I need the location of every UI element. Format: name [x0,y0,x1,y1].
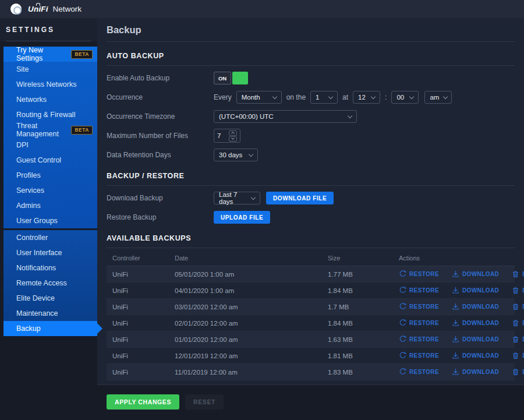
download-button[interactable]: DOWNLOAD [452,287,499,294]
sidebar-item[interactable]: Routing & Firewall [3,107,97,122]
frequency-select[interactable]: Month [236,91,282,104]
max-files-input[interactable] [217,132,228,139]
sidebar-item[interactable]: Profiles [3,168,97,183]
stepper-up-button[interactable] [229,130,237,136]
meridiem-select[interactable]: am [424,91,452,104]
timezone-row: Occurrence Timezone (UTC+00:00) UTC [107,110,515,123]
download-button[interactable]: DOWNLOAD [452,368,499,376]
restore-button[interactable]: RESTORE [399,352,439,359]
table-row: UniFi 05/01/2020 1:00 am 1.77 MB RESTORE [107,266,515,283]
sidebar-item[interactable]: User Interface [3,245,97,260]
download-button[interactable]: DOWNLOAD [452,319,499,327]
download-file-button[interactable]: DOWNLOAD FILE [266,192,334,204]
table-row: UniFi 02/01/2020 12:00 am 1.84 MB RESTOR… [107,315,515,331]
enable-auto-backup-row: Enable Auto Backup ON [107,71,515,85]
chevron-down-icon [328,94,333,98]
table-row: UniFi 01/01/2020 12:00 am 1.63 MB RESTOR… [107,331,515,348]
restore-button[interactable]: RESTORE [399,319,439,327]
trash-icon [512,319,519,327]
upload-file-button[interactable]: UPLOAD FILE [214,211,270,224]
frequency-value: Month [242,94,260,101]
apply-changes-button[interactable]: APPLY CHANGES [107,394,179,410]
sidebar-item[interactable]: Networks [3,92,97,107]
sidebar-item[interactable]: Backup [3,321,97,336]
stepper-arrows [229,130,237,142]
sidebar-item[interactable]: DPI [3,137,97,153]
sidebar-item[interactable]: Site [3,62,97,77]
timezone-value: (UTC+00:00) UTC [219,113,274,120]
restore-icon [399,303,406,310]
column-header-controller: Controller [112,255,175,262]
download-button[interactable]: DOWNLOAD [452,336,499,343]
sidebar-item[interactable]: Controller [3,230,97,245]
sidebar-item-label: Backup [16,324,41,333]
restore-label: RESTORE [409,287,439,294]
sidebar-item[interactable]: Elite Device [3,291,97,306]
sidebar-item[interactable]: Notifications [3,260,97,276]
hour-select[interactable]: 12 [353,91,380,104]
timezone-label: Occurrence Timezone [107,112,214,121]
beta-badge: BETA [71,50,93,59]
sidebar-item[interactable]: User Groups [3,213,97,228]
restore-button[interactable]: RESTORE [399,303,439,310]
chevron-down-icon [251,195,256,199]
stepper-down-button[interactable] [229,136,237,142]
download-button[interactable]: DOWNLOAD [452,270,499,278]
delete-button[interactable]: DELETE [512,303,524,310]
sidebar-item-label: Try New Settings [16,46,71,62]
trash-icon [512,270,519,278]
restore-button[interactable]: RESTORE [399,270,439,278]
day-select[interactable]: 1 [310,91,338,104]
sidebar-item[interactable]: Wireless Networks [3,77,97,92]
main-panel: Backup AUTO BACKUP Enable Auto Backup ON… [97,18,524,410]
restore-label: RESTORE [409,271,439,277]
restore-button[interactable]: RESTORE [399,368,439,376]
cell-size: 1.84 MB [328,320,399,327]
sidebar-item[interactable]: Services [3,183,97,198]
trash-icon [512,303,519,310]
available-backups-heading: AVAILABLE BACKUPS [107,234,515,248]
sidebar-item[interactable]: Guest Control [3,153,97,168]
sidebar-item-label: Networks [16,96,47,104]
reset-button[interactable]: RESET [185,394,224,410]
colon-text: : [385,93,387,101]
restore-icon [399,336,406,343]
sidebar-item[interactable]: Try New Settings BETA [3,47,97,62]
delete-button[interactable]: DELETE [512,368,524,376]
download-button[interactable]: DOWNLOAD [452,352,499,359]
restore-button[interactable]: RESTORE [399,287,439,294]
retention-label: Data Retention Days [107,151,214,159]
delete-button[interactable]: DELETE [512,336,524,343]
delete-button[interactable]: DELETE [512,352,524,359]
download-range-select[interactable]: Last 7 days [214,192,260,204]
minute-select[interactable]: 00 [391,91,419,104]
sidebar-item[interactable]: Maintenance [3,306,97,321]
column-header-date: Date [175,255,328,262]
auto-backup-toggle[interactable]: ON [214,72,248,84]
cell-actions: RESTORE DOWNLOAD [399,303,524,310]
delete-button[interactable]: DELETE [512,319,524,327]
sidebar-item[interactable]: Remote Access [3,276,97,291]
chevron-up-icon [231,132,235,135]
download-button[interactable]: DOWNLOAD [452,303,499,310]
cell-date: 02/01/2020 12:00 am [175,320,328,327]
cell-controller: UniFi [112,352,175,359]
cell-date: 01/01/2020 12:00 am [175,336,328,343]
chevron-down-icon [409,94,414,98]
sidebar-item[interactable]: Admins [3,198,97,213]
wifi-arc-icon [36,3,40,6]
sidebar-item-label: Site [16,65,29,73]
cell-date: 12/01/2019 12:00 am [175,352,328,359]
sidebar-item-label: Elite Device [16,294,55,302]
delete-button[interactable]: DELETE [512,287,524,294]
retention-select[interactable]: 30 days [214,149,258,161]
delete-button[interactable]: DELETE [512,270,524,278]
brand-title: UniFi Network [28,5,82,13]
sidebar-item[interactable]: Threat Management BETA [3,122,97,137]
download-icon [452,287,459,294]
cell-actions: RESTORE DOWNLOAD [399,336,524,343]
page-title: Backup [107,18,515,42]
cell-actions: RESTORE DOWNLOAD [399,352,524,359]
restore-button[interactable]: RESTORE [399,336,439,343]
timezone-select[interactable]: (UTC+00:00) UTC [214,110,357,123]
